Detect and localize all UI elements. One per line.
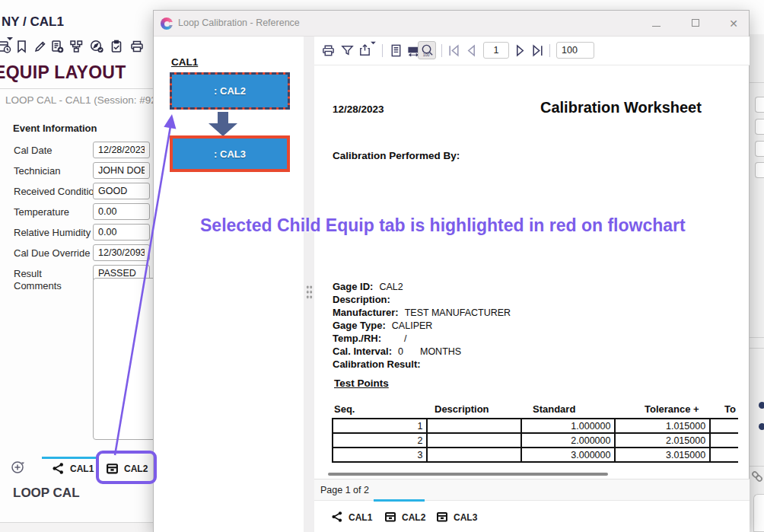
cut-input-field[interactable] bbox=[755, 97, 764, 113]
close-icon: ✕ bbox=[729, 18, 738, 30]
received-condition-input[interactable] bbox=[93, 183, 150, 199]
document-add-icon[interactable] bbox=[49, 39, 65, 54]
report-statusbar: Page 1 of 2 bbox=[314, 479, 750, 500]
cell-cut bbox=[710, 448, 738, 462]
test-points-table: 1 1.000000 1.015000 2 2.000000 2.015000 bbox=[332, 418, 738, 473]
cal-date-input[interactable] bbox=[93, 142, 150, 158]
temperature-input[interactable] bbox=[93, 203, 150, 220]
relative-humidity-input[interactable] bbox=[93, 224, 150, 241]
clipboard-check-icon[interactable] bbox=[109, 39, 124, 54]
flowchart-root-label[interactable]: CAL1 bbox=[171, 56, 198, 68]
equipment-box-icon bbox=[436, 511, 448, 523]
minimize-button[interactable] bbox=[645, 16, 667, 31]
previous-page-icon[interactable] bbox=[465, 44, 478, 57]
dialog-titlebar[interactable]: Loop Calibration - Reference ✕ bbox=[154, 11, 749, 37]
edit-icon[interactable] bbox=[33, 39, 48, 54]
right-edge-panel bbox=[750, 34, 764, 532]
cal-due-override-input[interactable] bbox=[93, 244, 150, 261]
separator bbox=[549, 44, 550, 57]
maximize-button[interactable] bbox=[684, 16, 707, 31]
app-logo-icon bbox=[161, 18, 173, 30]
flowchart-panel: CAL1 : CAL2 : CAL3 bbox=[154, 37, 304, 532]
comments-textarea[interactable] bbox=[93, 278, 154, 440]
print-icon[interactable] bbox=[129, 39, 145, 54]
form-row: Technician bbox=[14, 162, 154, 179]
section-title: Event Information bbox=[13, 123, 97, 134]
cell-cut bbox=[710, 433, 738, 448]
flowchart-node-cal3[interactable]: : CAL3 bbox=[170, 135, 290, 172]
cut-input-field[interactable] bbox=[755, 119, 764, 135]
flow-arrow-head-icon bbox=[209, 123, 237, 136]
close-window-button[interactable]: ✕ bbox=[722, 16, 745, 31]
background-toolbar bbox=[0, 37, 152, 59]
divider bbox=[0, 88, 153, 89]
equipment-box-icon bbox=[384, 511, 396, 523]
field-label: Relative Humidity bbox=[14, 227, 91, 238]
filter-icon[interactable] bbox=[340, 43, 355, 58]
share-icon bbox=[331, 511, 343, 523]
bookmark-icon[interactable] bbox=[14, 39, 29, 54]
workflow-icon[interactable] bbox=[68, 39, 84, 54]
cell-seq: 3 bbox=[333, 448, 427, 462]
schedule-icon[interactable] bbox=[0, 39, 11, 54]
cell-cut bbox=[710, 419, 738, 433]
divider bbox=[750, 348, 764, 349]
dropdown-caret-icon[interactable] bbox=[371, 41, 376, 45]
test-points-heading: Test Points bbox=[334, 377, 389, 389]
last-page-icon[interactable] bbox=[531, 44, 544, 57]
panel-splitter[interactable] bbox=[304, 37, 314, 532]
add-circle-icon[interactable] bbox=[11, 459, 26, 474]
field-label: Result bbox=[14, 268, 42, 279]
splitter-grip-icon bbox=[306, 285, 313, 300]
separator bbox=[382, 44, 383, 57]
whole-page-icon[interactable] bbox=[389, 43, 403, 58]
report-toolbar: 100 Close bbox=[314, 37, 750, 65]
performed-by-label: Calibration Performed By: bbox=[333, 150, 460, 161]
report-title: Calibration Worksheet bbox=[540, 99, 702, 116]
field-label: Comments bbox=[14, 280, 62, 291]
zoom-level-input[interactable] bbox=[556, 42, 594, 59]
tab-cal2[interactable]: CAL2 bbox=[378, 507, 425, 530]
export-icon[interactable] bbox=[358, 43, 372, 58]
cell-description bbox=[427, 448, 520, 462]
loop-calibration-dialog: Loop Calibration - Reference ✕ CAL1 : CA… bbox=[153, 10, 750, 532]
technician-input[interactable] bbox=[93, 162, 150, 179]
cut-input-field[interactable] bbox=[755, 162, 764, 178]
svg-text:100: 100 bbox=[423, 53, 430, 57]
tab-cal1[interactable]: CAL1 bbox=[328, 507, 377, 530]
annotation-text: Selected Child Equip tab is highlighted … bbox=[200, 215, 686, 236]
divider bbox=[750, 337, 764, 338]
separator bbox=[441, 44, 442, 57]
report-field: Gage ID:CAL2 bbox=[333, 281, 403, 292]
flowchart-node-cal2[interactable]: : CAL2 bbox=[170, 72, 290, 110]
share-icon bbox=[52, 462, 65, 475]
form-row: Cal Date bbox=[14, 142, 154, 158]
tab-cal3[interactable]: CAL3 bbox=[430, 507, 477, 530]
print-icon[interactable] bbox=[321, 43, 336, 58]
dialog-tab-bar: CAL1 CAL2 CAL3 bbox=[314, 500, 750, 532]
tab-cal1[interactable]: CAL1 bbox=[42, 459, 98, 484]
cell-standard: 1.000000 bbox=[521, 419, 616, 433]
cut-input-field[interactable] bbox=[755, 141, 764, 157]
link-icon[interactable] bbox=[750, 470, 764, 483]
dialog-title: Loop Calibration - Reference bbox=[178, 18, 300, 28]
horizontal-scrollbar[interactable] bbox=[328, 473, 608, 476]
report-field: Manufacturer:TEST MANUFACTURER bbox=[333, 307, 511, 318]
first-page-icon[interactable] bbox=[447, 44, 460, 57]
node-label: : CAL3 bbox=[214, 148, 246, 160]
field-label: Cal Due Override bbox=[14, 247, 90, 259]
cell-seq: 2 bbox=[333, 433, 427, 448]
page-title: EQUIP LAYOUT bbox=[0, 62, 126, 83]
page-number-input[interactable] bbox=[483, 42, 509, 59]
form-row: Relative Humidity bbox=[14, 224, 154, 241]
report-field: Calibration Result: bbox=[333, 358, 427, 370]
minimize-icon bbox=[652, 26, 661, 27]
next-page-icon[interactable] bbox=[514, 44, 527, 57]
field-label: Temperature bbox=[14, 206, 69, 218]
dropdown-caret-icon[interactable] bbox=[7, 37, 13, 41]
compass-check-icon[interactable] bbox=[89, 39, 104, 54]
cell-seq: 1 bbox=[333, 419, 427, 433]
table-row: 1 1.000000 1.015000 bbox=[333, 419, 738, 433]
cell-tolerance-plus: 1.015000 bbox=[615, 419, 710, 433]
report-view: 12/28/2023 Calibration Worksheet Calibra… bbox=[314, 65, 738, 478]
